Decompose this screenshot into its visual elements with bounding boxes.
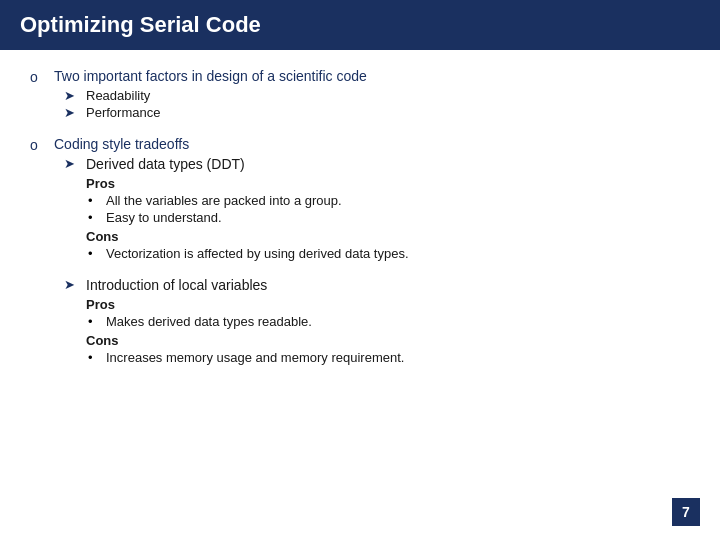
dot-icon: •	[88, 210, 98, 225]
dot-icon: •	[88, 246, 98, 261]
cons-label: Cons	[86, 229, 690, 244]
item-content: Two important factors in design of a sci…	[54, 68, 690, 122]
arrow-icon: ➤	[64, 88, 78, 103]
pros-label: Pros	[86, 176, 690, 191]
slide: Optimizing Serial Code o Two important f…	[0, 0, 720, 540]
sub-item-text: Performance	[86, 105, 160, 120]
slide-title: Optimizing Serial Code	[20, 12, 700, 38]
pros-text: Easy to understand.	[106, 210, 222, 225]
dot-icon: •	[88, 314, 98, 329]
arrow-icon: ➤	[64, 156, 78, 171]
dot-icon: •	[88, 193, 98, 208]
cons-section: Cons • Increases memory usage and memory…	[86, 333, 690, 365]
pros-item: • Easy to understand.	[88, 210, 690, 225]
cons-item: • Vectorization is affected by using der…	[88, 246, 690, 261]
page-number: 7	[672, 498, 700, 526]
pros-item: • All the variables are packed into a gr…	[88, 193, 690, 208]
bullet-o: o	[30, 69, 44, 85]
ddt-sub-item: ➤ Derived data types (DDT) Pros • All th…	[64, 156, 690, 263]
cons-section: Cons • Vectorization is affected by usin…	[86, 229, 690, 261]
slide-header: Optimizing Serial Code	[0, 0, 720, 50]
local-var-sub-item: ➤ Introduction of local variables Pros •…	[64, 277, 690, 367]
pros-text: Makes derived data types readable.	[106, 314, 312, 329]
cons-label: Cons	[86, 333, 690, 348]
bullet-o: o	[30, 137, 44, 153]
item-title: Two important factors in design of a sci…	[54, 68, 690, 84]
list-item: o Coding style tradeoffs ➤ Derived data …	[30, 136, 690, 369]
ddt-title: Derived data types (DDT)	[86, 156, 690, 172]
pros-text: All the variables are packed into a grou…	[106, 193, 342, 208]
local-var-title: Introduction of local variables	[86, 277, 690, 293]
pros-item: • Makes derived data types readable.	[88, 314, 690, 329]
slide-content: o Two important factors in design of a s…	[0, 50, 720, 401]
ddt-content: Derived data types (DDT) Pros • All the …	[86, 156, 690, 263]
item-content: Coding style tradeoffs ➤ Derived data ty…	[54, 136, 690, 369]
cons-text: Vectorization is affected by using deriv…	[106, 246, 409, 261]
arrow-icon: ➤	[64, 105, 78, 120]
cons-item: • Increases memory usage and memory requ…	[88, 350, 690, 365]
dot-icon: •	[88, 350, 98, 365]
arrow-icon: ➤	[64, 277, 78, 292]
sub-item-text: Readability	[86, 88, 150, 103]
pros-label: Pros	[86, 297, 690, 312]
local-var-content: Introduction of local variables Pros • M…	[86, 277, 690, 367]
cons-text: Increases memory usage and memory requir…	[106, 350, 404, 365]
sub-item: ➤ Performance	[64, 105, 690, 120]
sub-item: ➤ Readability	[64, 88, 690, 103]
item-title: Coding style tradeoffs	[54, 136, 690, 152]
list-item: o Two important factors in design of a s…	[30, 68, 690, 122]
